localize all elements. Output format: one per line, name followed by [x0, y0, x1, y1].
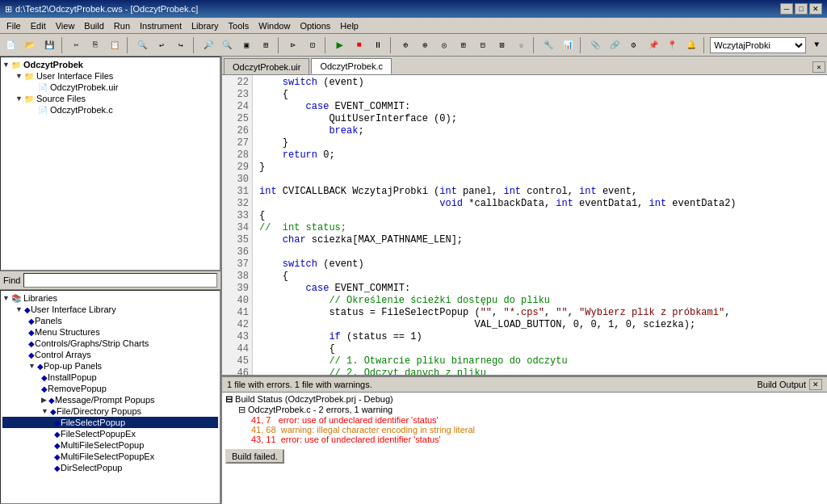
- remove-popup-label: RemovePopup: [48, 384, 107, 393]
- msg-icon: ◆: [48, 396, 55, 405]
- uir-file[interactable]: 📄 OdczytProbek.uir: [2, 82, 218, 93]
- new-button[interactable]: 📄: [2, 36, 19, 54]
- open-button[interactable]: 📂: [21, 36, 39, 54]
- ui-files-folder[interactable]: ▼ 📁 User Interface Files: [2, 70, 218, 82]
- c-file[interactable]: 📄 OdczytProbek.c: [2, 104, 218, 116]
- tb-misc11[interactable]: 🔗: [606, 36, 623, 54]
- redo-button[interactable]: ↪: [172, 36, 190, 54]
- tb-misc13[interactable]: 📌: [644, 36, 662, 54]
- menu-edit[interactable]: Edit: [26, 19, 51, 32]
- function-dropdown[interactable]: WczytajProbki: [710, 37, 806, 53]
- copy-button[interactable]: ⎘: [86, 36, 104, 54]
- toolbar: 📄 📂 💾 ✂ ⎘ 📋 🔍 ↩ ↪ 🔎 🔍 ▣ ⊞ ⊳ ⊡ ▶ ■ ⏸ ⊕ ⊗ …: [0, 34, 827, 57]
- run-button[interactable]: ▶: [331, 36, 349, 54]
- undo-button[interactable]: ↩: [153, 36, 170, 54]
- menu-tools[interactable]: Tools: [224, 19, 254, 32]
- libraries-root[interactable]: ▼ 📚 Libraries: [2, 292, 218, 304]
- install-popup-item[interactable]: ◆ InstallPopup: [2, 372, 218, 383]
- save-button[interactable]: 💾: [40, 36, 58, 54]
- mfsp-icon: ◆: [54, 441, 61, 450]
- tb-misc7[interactable]: ☆: [513, 36, 531, 54]
- tb-misc3[interactable]: ◎: [435, 36, 453, 54]
- popup-icon: ◆: [37, 362, 44, 371]
- menu-window[interactable]: Window: [254, 19, 295, 32]
- dir-select-item[interactable]: ◆ DirSelectPopup: [2, 462, 218, 473]
- lib-icon: 📚: [11, 294, 21, 303]
- menu-bar: File Edit View Build Run Instrument Libr…: [0, 18, 827, 34]
- msg-prompt-label: Message/Prompt Popups: [55, 395, 155, 405]
- project-root[interactable]: ▼ 📁 OdczytProbek: [2, 59, 218, 70]
- zoom-in[interactable]: 🔎: [199, 36, 217, 54]
- paste-button[interactable]: 📋: [106, 36, 124, 54]
- cut-button[interactable]: ✂: [68, 36, 86, 54]
- sep7: [533, 37, 536, 53]
- menu-view[interactable]: View: [51, 19, 80, 32]
- code-content[interactable]: switch (event) { case EVENT_COMMIT: Quit…: [253, 75, 827, 375]
- pause-button[interactable]: ⏸: [370, 36, 388, 54]
- tb-misc5[interactable]: ⊟: [474, 36, 492, 54]
- file-dir-item[interactable]: ▼ ◆ File/Directory Popups: [2, 405, 218, 417]
- ui-library[interactable]: ▼ ◆ User Interface Library: [2, 304, 218, 315]
- find-button[interactable]: 🔍: [133, 36, 151, 54]
- tb-btn-extra2[interactable]: ⊞: [257, 36, 275, 54]
- file-dir-expand: ▼: [41, 407, 48, 415]
- maximize-button[interactable]: □: [795, 3, 808, 15]
- source-files-folder[interactable]: ▼ 📁 Source Files: [2, 93, 218, 104]
- menu-instrument[interactable]: Instrument: [135, 19, 187, 32]
- file-select-popup-item[interactable]: ◆ FileSelectPopup: [2, 417, 218, 428]
- msg-expand: ▶: [41, 396, 47, 404]
- tb-misc1[interactable]: ⊕: [397, 36, 414, 54]
- menu-build[interactable]: Build: [79, 19, 108, 32]
- expand-project: ▼: [2, 61, 10, 69]
- tb-misc2[interactable]: ⊗: [416, 36, 434, 54]
- build-close-button[interactable]: ✕: [809, 379, 822, 390]
- dropdown-arrow[interactable]: ▼: [808, 36, 825, 54]
- tb-btn-extra4[interactable]: ⊡: [304, 36, 321, 54]
- tb-misc15[interactable]: 🔔: [682, 36, 700, 54]
- zoom-out[interactable]: 🔍: [219, 36, 237, 54]
- panels-icon: ◆: [28, 317, 35, 326]
- stop-button[interactable]: ■: [351, 36, 368, 54]
- app-icon: ⊞: [5, 4, 12, 15]
- tab-uir[interactable]: OdczytProbek.uir: [224, 58, 309, 74]
- menu-help[interactable]: Help: [335, 19, 363, 32]
- tb-btn-extra3[interactable]: ⊳: [284, 36, 302, 54]
- minimize-button[interactable]: ─: [780, 3, 793, 15]
- controls-graphs-item[interactable]: ◆ Controls/Graphs/Strip Charts: [2, 338, 218, 349]
- dsp-icon: ◆: [54, 464, 61, 472]
- multi-file-ex-label: MultiFileSelectPopupEx: [61, 452, 154, 461]
- menu-structures-item[interactable]: ◆ Menu Structures: [2, 326, 218, 338]
- tb-misc8[interactable]: 🔧: [539, 36, 557, 54]
- menu-file[interactable]: File: [2, 19, 26, 32]
- remove-popup-item[interactable]: ◆ RemovePopup: [2, 383, 218, 394]
- find-input[interactable]: [23, 273, 217, 288]
- popup-panels-item[interactable]: ▼ ◆ Pop-up Panels: [2, 360, 218, 372]
- tb-btn-extra1[interactable]: ▣: [237, 36, 255, 54]
- sep8: [580, 37, 583, 53]
- file-select-popupex-item[interactable]: ◆ FileSelectPopupEx: [2, 428, 218, 439]
- menu-run[interactable]: Run: [109, 19, 135, 32]
- popup-expand: ▼: [28, 362, 36, 370]
- library-tree[interactable]: ▼ 📚 Libraries ▼ ◆ User Interface Library…: [0, 290, 220, 504]
- tb-misc10[interactable]: 📎: [586, 36, 604, 54]
- multi-file-item[interactable]: ◆ MultiFileSelectPopup: [2, 439, 218, 451]
- project-tree[interactable]: ▼ 📁 OdczytProbek ▼ 📁 User Interface File…: [0, 57, 220, 271]
- tb-misc12[interactable]: ⚙: [625, 36, 643, 54]
- control-arrays-item[interactable]: ◆ Control Arrays: [2, 349, 218, 360]
- menu-options[interactable]: Options: [295, 19, 335, 32]
- menu-struct-icon: ◆: [28, 328, 35, 337]
- close-panel-button[interactable]: ✕: [812, 61, 825, 73]
- tb-misc6[interactable]: ⊠: [493, 36, 511, 54]
- tb-misc9[interactable]: 📊: [559, 36, 577, 54]
- tab-c[interactable]: OdczytProbek.c: [311, 58, 392, 74]
- multi-file-ex-item[interactable]: ◆ MultiFileSelectPopupEx: [2, 451, 218, 462]
- code-editor[interactable]: 2223242526 2728293031 3233343536 3738394…: [222, 75, 827, 375]
- tb-misc4[interactable]: ⊞: [455, 36, 472, 54]
- close-button[interactable]: ✕: [809, 3, 822, 15]
- menu-library[interactable]: Library: [187, 19, 224, 32]
- tb-misc14[interactable]: 📍: [664, 36, 682, 54]
- panels-item[interactable]: ◆ Panels: [2, 315, 218, 326]
- control-arrays-icon: ◆: [28, 351, 35, 359]
- msg-prompt-item[interactable]: ▶ ◆ Message/Prompt Popups: [2, 394, 218, 405]
- controls-icon: ◆: [28, 339, 35, 348]
